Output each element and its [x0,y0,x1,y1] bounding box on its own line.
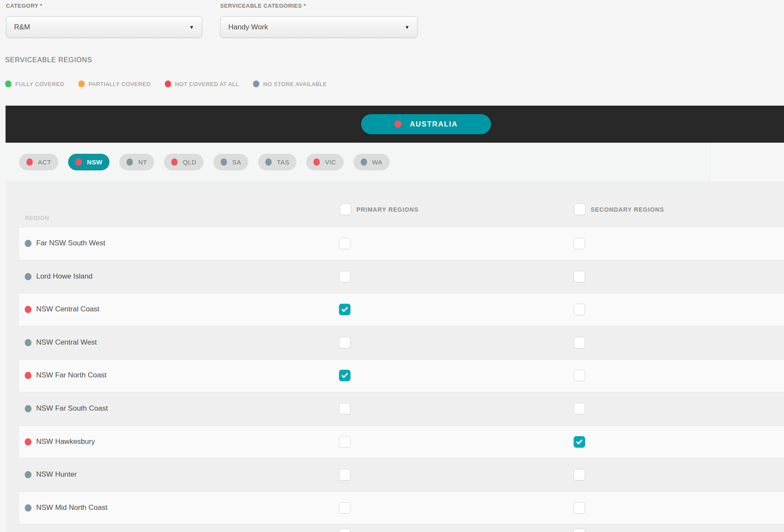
region-name: NSW Mid North Coast [36,503,107,512]
tab-australia[interactable]: AUSTRALIA [361,114,491,134]
serviceable-categories-value: Handy Work [228,23,405,32]
table-row: NSW Central West [6,326,784,359]
chevron-down-icon: ▼ [189,24,194,30]
status-dot-icon [25,471,32,478]
primary-checkbox[interactable] [339,436,350,448]
status-dot-icon [26,158,33,166]
region-rows: Far NSW South West Lord Howe Island NSW … [6,227,784,532]
category-label: CATEGORY * [6,3,43,9]
country-label: AUSTRALIA [410,120,458,129]
status-dot-icon [171,158,178,166]
status-dot-icon [165,81,171,87]
legend-item: NO STORE AVAILABLE [253,81,327,87]
table-row: Far NSW South West [6,227,784,260]
status-dot-icon [78,81,85,87]
tab-act[interactable]: ACT [19,154,58,170]
status-dot-icon [361,158,367,166]
status-dot-icon [25,438,32,446]
region-name: NSW Central Coast [36,305,99,313]
category-dropdown[interactable]: R&M ▼ [6,16,202,38]
status-dot-icon [25,339,32,346]
status-dot-icon [253,81,259,87]
secondary-checkbox[interactable] [574,304,585,315]
primary-checkbox[interactable] [339,304,350,315]
status-dot-icon [394,121,402,128]
secondary-checkbox[interactable] [574,436,585,448]
table-row: NSW Central Coast [6,293,784,326]
state-tabs: ACT NSW NT QLD SA TAS VIC WA [19,154,390,170]
serviceable-categories-label: SERVICEABLE CATEGORIES * [220,3,306,9]
secondary-checkbox[interactable] [574,502,585,514]
secondary-checkbox[interactable] [574,403,585,414]
legend-item: PARTIALLY COVERED [78,81,151,87]
status-dot-icon [25,273,32,280]
row-background [19,293,784,326]
legend-item: FULLY COVERED [5,81,64,87]
primary-checkbox[interactable] [339,337,350,348]
primary-checkbox[interactable] [339,271,350,282]
status-dot-icon [221,158,227,166]
region-name: NSW Hunter [36,470,77,479]
primary-regions-select-all-checkbox[interactable] [340,204,351,215]
primary-checkbox[interactable] [339,529,350,532]
region-name: Far NSW South West [36,239,105,247]
status-dot-icon [265,158,272,166]
region-column-header: REGION [25,215,49,221]
region-name: NSW Central West [36,338,97,347]
primary-checkbox[interactable] [339,469,350,480]
table-row: NSW Far North Coast [6,359,784,392]
primary-checkbox[interactable] [339,403,350,414]
primary-checkbox[interactable] [339,238,350,249]
status-dot-icon [25,504,32,512]
table-row: NSW Far South Coast [6,392,784,426]
chevron-down-icon: ▼ [405,24,410,30]
serviceable-regions-title: SERVICEABLE REGIONS [5,56,92,64]
category-value: R&M [14,23,189,32]
table-row: NSW Hawkesbury [6,426,784,459]
status-dot-icon [126,158,133,166]
table-row: NSW Hunter [6,458,784,492]
row-background [19,227,784,260]
tab-sa[interactable]: SA [213,154,248,170]
primary-checkbox[interactable] [339,370,350,381]
region-name: NSW Far South Coast [36,404,108,413]
secondary-checkbox[interactable] [574,271,585,282]
status-dot-icon [25,240,32,247]
status-dot-icon [5,81,11,87]
region-name: Lord Howe Island [36,272,92,281]
coverage-legend: FULLY COVERED PARTIALLY COVERED NOT COVE… [5,81,327,87]
row-background [19,492,784,525]
tab-nt[interactable]: NT [119,154,154,170]
strip-right-shade [709,143,784,181]
state-tab-strip: ACT NSW NT QLD SA TAS VIC WA [6,143,784,181]
table-row [6,524,784,532]
secondary-regions-header: SECONDARY REGIONS [591,206,664,213]
secondary-checkbox[interactable] [574,337,585,348]
tab-vic[interactable]: VIC [306,154,343,170]
country-bar: AUSTRALIA [6,106,784,143]
serviceable-categories-dropdown[interactable]: Handy Work ▼ [220,16,418,38]
secondary-checkbox[interactable] [574,529,585,532]
status-dot-icon [75,158,82,166]
table-row: Lord Howe Island [6,260,784,293]
status-dot-icon [313,158,320,166]
row-background [19,426,784,459]
tab-tas[interactable]: TAS [258,154,296,170]
row-background [19,359,784,392]
regions-table: REGION PRIMARY REGIONS SECONDARY REGIONS… [6,181,784,532]
region-name: NSW Far North Coast [36,371,106,380]
region-name: NSW Hawkesbury [36,437,95,446]
legend-item: NOT COVERED AT ALL [165,81,239,87]
secondary-checkbox[interactable] [574,238,585,249]
primary-regions-header: PRIMARY REGIONS [356,206,419,213]
tab-wa[interactable]: WA [353,154,390,170]
status-dot-icon [25,405,32,412]
secondary-checkbox[interactable] [574,370,585,381]
table-row: NSW Mid North Coast [6,492,784,525]
tab-nsw[interactable]: NSW [68,154,109,170]
secondary-regions-select-all-checkbox[interactable] [574,204,586,215]
secondary-checkbox[interactable] [574,469,585,480]
tab-qld[interactable]: QLD [164,154,204,170]
primary-checkbox[interactable] [339,502,350,514]
